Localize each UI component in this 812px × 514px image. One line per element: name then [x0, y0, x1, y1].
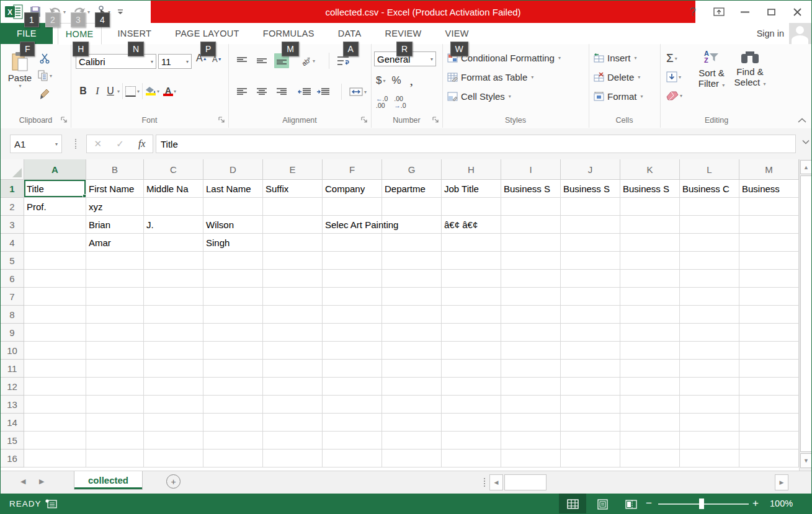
cell-D8[interactable] [203, 306, 263, 324]
cell-C12[interactable] [144, 378, 203, 396]
orientation-dropdown-arrow[interactable]: ▾ [313, 58, 315, 64]
cell-I10[interactable] [501, 342, 561, 360]
cell-D11[interactable] [203, 360, 263, 378]
cell-E6[interactable] [263, 270, 323, 288]
cell-E10[interactable] [263, 342, 323, 360]
cell-C10[interactable] [144, 342, 203, 360]
cell-B4[interactable]: Amar [86, 234, 144, 252]
delete-dropdown-arrow[interactable]: ▾ [638, 74, 640, 80]
align-left-button[interactable] [234, 84, 249, 99]
cell-C16[interactable] [144, 450, 203, 467]
cell-I5[interactable] [501, 252, 561, 270]
sheet-nav-next-icon[interactable]: ▶ [39, 477, 44, 485]
cell-F4[interactable] [323, 234, 382, 252]
cell-B11[interactable] [86, 360, 144, 378]
column-header-H[interactable]: H [442, 159, 501, 180]
percent-style-button[interactable]: % [391, 74, 401, 87]
cell-F2[interactable] [323, 198, 382, 216]
cell-D3[interactable]: Wilson [203, 216, 263, 234]
column-header-L[interactable]: L [680, 159, 739, 180]
row-header-5[interactable]: 5 [1, 252, 24, 270]
cell-F1[interactable]: Company [323, 180, 382, 198]
cell-D4[interactable]: Singh [203, 234, 263, 252]
borders-dropdown-arrow[interactable]: ▾ [137, 89, 140, 94]
cell-A7[interactable] [24, 288, 86, 306]
cell-L3[interactable] [680, 216, 739, 234]
cell-L15[interactable] [680, 432, 739, 450]
tab-view[interactable]: VIEW [437, 23, 476, 44]
cell-G8[interactable] [382, 306, 442, 324]
copy-dropdown-arrow[interactable]: ▾ [50, 73, 52, 79]
insert-function-button[interactable]: fx [138, 138, 146, 149]
cell-E15[interactable] [263, 432, 323, 450]
cell-A10[interactable] [24, 342, 86, 360]
cell-C8[interactable] [144, 306, 203, 324]
horizontal-scroll-thumb[interactable] [504, 474, 547, 490]
cell-I2[interactable] [501, 198, 561, 216]
minimize-button[interactable] [732, 1, 758, 23]
cell-H9[interactable] [442, 324, 501, 342]
cell-M5[interactable] [739, 252, 799, 270]
underline-button[interactable]: U [104, 86, 117, 97]
cell-I16[interactable] [501, 450, 561, 467]
cell-G9[interactable] [382, 324, 442, 342]
format-as-table-dropdown-arrow[interactable]: ▾ [531, 74, 533, 80]
cell-E11[interactable] [263, 360, 323, 378]
select-all-corner[interactable] [1, 159, 24, 180]
cell-A9[interactable] [24, 324, 86, 342]
cell-L5[interactable] [680, 252, 739, 270]
cell-J6[interactable] [561, 270, 620, 288]
enter-icon[interactable]: ✓ [116, 138, 124, 149]
cell-B12[interactable] [86, 378, 144, 396]
cell-C5[interactable] [144, 252, 203, 270]
close-button[interactable] [784, 1, 810, 23]
paste-button[interactable]: Paste ▾ [6, 51, 34, 89]
cell-B3[interactable]: Brian [86, 216, 144, 234]
column-header-K[interactable]: K [620, 159, 680, 180]
cell-L7[interactable] [680, 288, 739, 306]
cell-F16[interactable] [323, 450, 382, 467]
cell-C13[interactable] [144, 396, 203, 414]
autosum-dropdown-arrow[interactable]: ▾ [675, 56, 677, 61]
cell-D7[interactable] [203, 288, 263, 306]
align-middle-button[interactable] [254, 53, 269, 68]
cell-A15[interactable] [24, 432, 86, 450]
column-header-F[interactable]: F [323, 159, 382, 180]
cell-C4[interactable] [144, 234, 203, 252]
cell-J11[interactable] [561, 360, 620, 378]
column-header-B[interactable]: B [86, 159, 144, 180]
cell-F14[interactable] [323, 414, 382, 432]
cell-L4[interactable] [680, 234, 739, 252]
cell-E1[interactable]: Suffix [263, 180, 323, 198]
accounting-dropdown-arrow[interactable]: ▾ [383, 78, 385, 84]
cell-G14[interactable] [382, 414, 442, 432]
autosum-button[interactable]: Σ ▾ [666, 51, 677, 65]
row-header-1[interactable]: 1 [1, 180, 24, 198]
column-header-G[interactable]: G [382, 159, 442, 180]
borders-button[interactable]: ▾ [125, 86, 140, 97]
cell-H6[interactable] [442, 270, 501, 288]
paste-dropdown-arrow[interactable]: ▾ [19, 83, 21, 89]
row-header-3[interactable]: 3 [1, 216, 24, 234]
zoom-in-button[interactable]: + [752, 497, 759, 510]
cell-K11[interactable] [620, 360, 680, 378]
decrease-decimal-button[interactable]: .00→.0 [394, 95, 406, 109]
cell-I15[interactable] [501, 432, 561, 450]
cell-A12[interactable] [24, 378, 86, 396]
cell-F6[interactable] [323, 270, 382, 288]
sort-filter-button[interactable]: AZ Sort & Filter ▾ [694, 50, 729, 89]
cell-A16[interactable] [24, 450, 86, 467]
cell-B8[interactable] [86, 306, 144, 324]
cell-I6[interactable] [501, 270, 561, 288]
cell-G7[interactable] [382, 288, 442, 306]
cell-C6[interactable] [144, 270, 203, 288]
cell-A5[interactable] [24, 252, 86, 270]
cell-D16[interactable] [203, 450, 263, 467]
conditional-formatting-dropdown-arrow[interactable]: ▾ [558, 55, 561, 61]
customize-qat-button[interactable] [115, 2, 125, 21]
cell-M12[interactable] [739, 378, 799, 396]
new-sheet-button[interactable]: + [166, 474, 181, 489]
clipboard-dialog-launcher[interactable] [61, 117, 68, 124]
vertical-scrollbar[interactable]: ▲ ▼ [799, 159, 812, 471]
cell-K9[interactable] [620, 324, 680, 342]
